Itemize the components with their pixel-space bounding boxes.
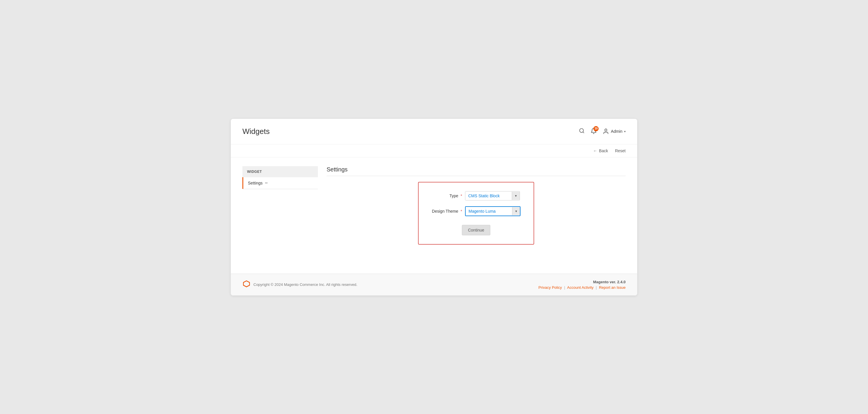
back-arrow-icon: ← [593, 148, 597, 153]
notification-badge: 39 [593, 126, 598, 131]
design-theme-required-star: * [461, 209, 462, 213]
settings-section-title: Settings [327, 166, 626, 176]
footer-links: Privacy Policy | Account Activity | Repo… [538, 285, 626, 290]
footer-right: Magento ver. 2.4.0 Privacy Policy | Acco… [538, 280, 626, 290]
report-issue-link[interactable]: Report an Issue [599, 285, 626, 290]
user-name: Admin [611, 129, 622, 134]
sidebar-divider [242, 189, 318, 189]
design-theme-row: Design Theme * Magento Luma ▾ [430, 206, 522, 216]
type-select-dropdown-btn[interactable]: ▾ [512, 192, 520, 200]
design-theme-dropdown-btn[interactable]: ▾ [512, 207, 520, 215]
header: Widgets 39 Admin [231, 119, 637, 144]
design-theme-control: Magento Luma ▾ [465, 206, 521, 216]
page-title: Widgets [242, 127, 270, 136]
content-area: WIDGET Settings ✏ Settings Type * [231, 157, 637, 274]
settings-box: Type * CMS Static Block ▾ [418, 182, 534, 245]
type-row: Type * CMS Static Block ▾ [430, 191, 522, 201]
type-required-star: * [461, 194, 462, 198]
svg-line-1 [583, 131, 584, 133]
reset-button[interactable]: Reset [615, 148, 626, 153]
account-activity-link[interactable]: Account Activity [567, 285, 594, 290]
chevron-down-icon: ▾ [624, 130, 626, 133]
design-theme-select-wrapper: Magento Luma ▾ [465, 206, 521, 216]
sidebar-section-title: WIDGET [242, 166, 318, 177]
sidebar: WIDGET Settings ✏ [242, 166, 318, 265]
type-label: Type * [430, 194, 462, 198]
magento-logo-icon [242, 280, 251, 290]
search-icon[interactable] [579, 128, 585, 135]
header-actions: 39 Admin ▾ [579, 128, 626, 135]
continue-row: Continue [430, 222, 522, 235]
privacy-policy-link[interactable]: Privacy Policy [538, 285, 562, 290]
edit-icon[interactable]: ✏ [265, 181, 268, 185]
svg-point-2 [605, 129, 607, 131]
user-menu[interactable]: Admin ▾ [603, 128, 626, 135]
type-select-wrapper: CMS Static Block ▾ [465, 191, 520, 201]
sidebar-item-settings[interactable]: Settings ✏ [242, 177, 318, 189]
footer-left: Copyright © 2024 Magento Commerce Inc. A… [242, 280, 358, 290]
back-button[interactable]: ← Back [593, 148, 608, 153]
main-content: Settings Type * CMS Static Block ▾ [327, 166, 626, 265]
footer: Copyright © 2024 Magento Commerce Inc. A… [231, 274, 637, 295]
type-control: CMS Static Block ▾ [465, 191, 520, 201]
continue-button[interactable]: Continue [462, 225, 490, 235]
sidebar-item-label: Settings [248, 181, 263, 185]
toolbar: ← Back Reset [231, 144, 637, 157]
type-select[interactable]: CMS Static Block [465, 191, 512, 200]
design-theme-label: Design Theme * [430, 209, 462, 213]
design-theme-select[interactable]: Magento Luma [466, 207, 512, 215]
main-container: Widgets 39 Admin [231, 119, 637, 295]
footer-copyright: Copyright © 2024 Magento Commerce Inc. A… [253, 283, 358, 287]
notification-bell[interactable]: 39 [590, 128, 597, 135]
footer-version: Magento ver. 2.4.0 [538, 280, 626, 284]
